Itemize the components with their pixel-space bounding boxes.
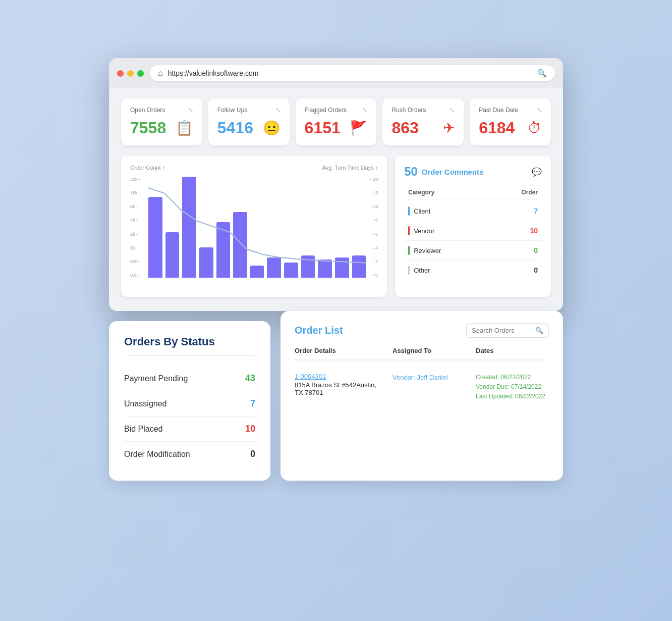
col-header-order-details: Order Details xyxy=(295,347,382,354)
order-list-columns: Order Details Assigned To Dates xyxy=(295,347,549,360)
comments-header: 50 Order Comments 💬 xyxy=(404,165,542,179)
comments-row-other[interactable]: Other 0 xyxy=(404,261,542,280)
stat-card-follow-ups[interactable]: Follow Ups ⤡ 5416 😐 xyxy=(208,98,290,145)
bid-placed-label: Bid Placed xyxy=(124,425,163,434)
stat-card-rush-orders[interactable]: Rush Orders ⤡ 863 ✈ xyxy=(382,98,464,145)
other-bar xyxy=(408,266,410,275)
search-orders-box[interactable]: 🔍 xyxy=(466,323,549,338)
open-orders-value: 7558 xyxy=(130,119,166,137)
comments-table-header: Category Order xyxy=(404,186,542,199)
comments-row-vendor[interactable]: Vendor 10 xyxy=(404,221,542,241)
created-date: Created: 06/22/2022 xyxy=(476,373,549,382)
bid-placed-count: 10 xyxy=(245,424,255,434)
reviewer-bar xyxy=(408,246,410,255)
other-count: 0 xyxy=(534,266,538,274)
order-list-header: Order List 🔍 xyxy=(295,323,549,338)
bottom-section: Orders By Status Payment Pending 43 Unas… xyxy=(109,301,563,481)
rush-orders-expand-icon[interactable]: ⤡ xyxy=(450,107,455,114)
status-row-unassigned[interactable]: Unassigned 7 xyxy=(124,391,255,417)
past-due-icon: ⏱ xyxy=(528,120,542,136)
maximize-dot[interactable] xyxy=(137,70,144,77)
flagged-orders-expand-icon[interactable]: ⤡ xyxy=(362,107,367,114)
last-updated-date: Last Updated: 06/22/2022 xyxy=(476,392,549,401)
browser-titlebar: ⌂ https://valuelinksoftware.com 🔍 xyxy=(109,58,563,88)
status-row-bid-placed[interactable]: Bid Placed 10 xyxy=(124,417,255,442)
open-orders-expand-icon[interactable]: ⤡ xyxy=(188,107,193,114)
orders-status-title: Orders By Status xyxy=(124,335,255,356)
past-due-value: 6184 xyxy=(479,119,515,137)
search-orders-input[interactable] xyxy=(472,327,532,334)
middle-section: Order Count ↑ Avg. Turn Time Days ↑ 32k … xyxy=(121,156,551,297)
status-row-order-modification[interactable]: Order Modification 0 xyxy=(124,442,255,467)
stat-card-past-due[interactable]: Past Due Date ⤡ 6184 ⏱ xyxy=(470,98,551,145)
comments-row-reviewer[interactable]: Reviewer 0 xyxy=(404,241,542,261)
follow-ups-icon: 😐 xyxy=(263,120,281,136)
client-bar xyxy=(408,206,410,216)
chart-left-label: Order Count ↑ xyxy=(130,165,165,171)
client-count: 7 xyxy=(534,207,538,215)
comments-icon: 💬 xyxy=(532,167,542,177)
reviewer-count: 0 xyxy=(534,246,538,254)
comments-col-order: Order xyxy=(521,189,538,196)
close-dot[interactable] xyxy=(117,70,124,77)
home-icon[interactable]: ⌂ xyxy=(158,69,163,78)
stat-card-open-orders[interactable]: Open Orders ⤡ 7558 📋 xyxy=(121,98,202,145)
payment-pending-count: 43 xyxy=(245,373,255,384)
chart-y-left: 32k - 16k - 8k - 4k - 2k - 1k - 500 - 0.… xyxy=(130,177,146,278)
order-details-cell: 1-0004301 815A Brazos St #542Austin, TX … xyxy=(295,373,382,402)
rush-orders-icon: ✈ xyxy=(443,120,455,136)
follow-ups-value: 5416 xyxy=(217,119,253,137)
comments-col-category: Category xyxy=(408,189,434,196)
url-text: https://valuelinksoftware.com xyxy=(168,69,259,77)
client-name: Client xyxy=(414,208,430,215)
comments-title: Order Comments xyxy=(422,168,484,176)
comments-row-client[interactable]: Client 7 xyxy=(404,201,542,221)
table-row[interactable]: 1-0004301 815A Brazos St #542Austin, TX … xyxy=(295,368,549,407)
dashboard: Open Orders ⤡ 7558 📋 Follow Ups ⤡ xyxy=(109,88,563,311)
unassigned-label: Unassigned xyxy=(124,399,167,408)
rush-orders-value: 863 xyxy=(391,119,418,137)
vendor-due-date: Vendor Due: 07/14/2022 xyxy=(476,382,549,392)
open-orders-label: Open Orders xyxy=(130,107,165,114)
minimize-dot[interactable] xyxy=(127,70,134,77)
rush-orders-label: Rush Orders xyxy=(391,107,426,114)
chart-y-right: - 30 - 15 - 10 - 8 - 6 - 4 - 2 - 0 xyxy=(368,177,378,278)
stats-row: Open Orders ⤡ 7558 📋 Follow Ups ⤡ xyxy=(121,98,551,145)
status-row-payment-pending[interactable]: Payment Pending 43 xyxy=(124,366,255,391)
vendor-count: 10 xyxy=(530,227,538,235)
order-list-card: Order List 🔍 Order Details Assigned To D… xyxy=(281,311,563,481)
order-id-link[interactable]: 1-0004301 xyxy=(295,373,382,380)
search-icon[interactable]: 🔍 xyxy=(537,69,547,78)
past-due-expand-icon[interactable]: ⤡ xyxy=(537,107,542,114)
chart-right-label: Avg. Turn Time Days ↑ xyxy=(322,165,378,171)
order-list-title: Order List xyxy=(295,325,343,336)
chart-line xyxy=(148,177,366,288)
stat-card-flagged-orders[interactable]: Flagged Orders ⤡ 6151 🚩 xyxy=(296,98,377,145)
follow-ups-expand-icon[interactable]: ⤡ xyxy=(275,107,281,114)
col-header-assigned-to: Assigned To xyxy=(393,347,466,354)
assigned-to-cell: Vendor: Jeff Daniel xyxy=(393,373,466,402)
payment-pending-label: Payment Pending xyxy=(124,374,188,383)
browser-dots xyxy=(117,70,144,77)
comments-card: 50 Order Comments 💬 Category Order Clien… xyxy=(395,156,551,297)
search-orders-icon: 🔍 xyxy=(535,327,543,334)
orders-status-card: Orders By Status Payment Pending 43 Unas… xyxy=(109,321,270,481)
open-orders-icon: 📋 xyxy=(176,120,193,136)
dates-cell: Created: 06/22/2022 Vendor Due: 07/14/20… xyxy=(476,373,549,402)
flagged-orders-value: 6151 xyxy=(305,119,341,137)
browser-window: ⌂ https://valuelinksoftware.com 🔍 Open O… xyxy=(109,58,563,311)
chart-card: Order Count ↑ Avg. Turn Time Days ↑ 32k … xyxy=(121,156,387,297)
follow-ups-label: Follow Ups xyxy=(217,107,247,114)
col-header-dates: Dates xyxy=(476,347,549,354)
assigned-vendor[interactable]: Vendor: Jeff Daniel xyxy=(393,374,448,381)
address-bar[interactable]: ⌂ https://valuelinksoftware.com 🔍 xyxy=(150,65,555,81)
vendor-bar xyxy=(408,226,410,235)
unassigned-count: 7 xyxy=(250,398,255,409)
order-modification-count: 0 xyxy=(250,449,255,459)
order-modification-label: Order Modification xyxy=(124,450,190,459)
order-address: 815A Brazos St #542Austin, TX 78701 xyxy=(295,381,382,396)
comments-count: 50 xyxy=(404,165,418,179)
reviewer-name: Reviewer xyxy=(414,247,441,254)
past-due-label: Past Due Date xyxy=(479,107,518,114)
flagged-orders-icon: 🚩 xyxy=(350,120,367,136)
